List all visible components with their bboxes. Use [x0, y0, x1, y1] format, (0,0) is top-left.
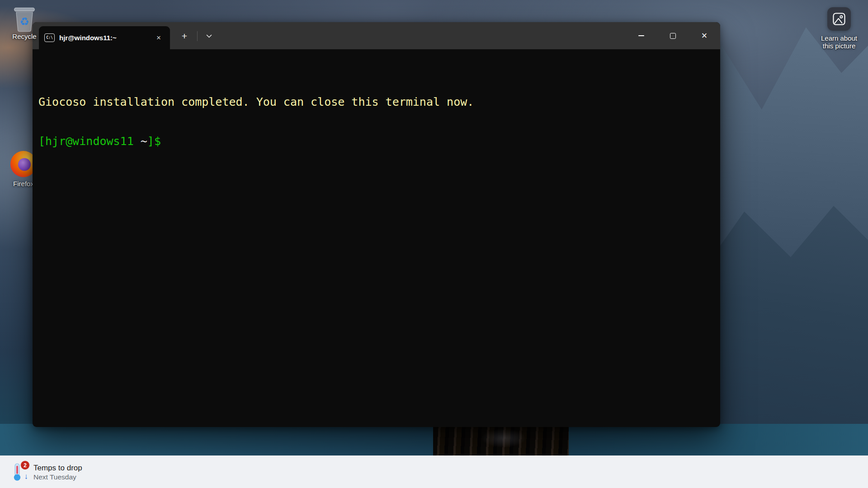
weather-headline: Temps to drop: [33, 464, 82, 473]
weather-widget[interactable]: 2 ↓ Temps to drop Next Tuesday: [7, 459, 87, 486]
tab-title: hjr@windows11:~: [59, 34, 153, 42]
svg-text:♻: ♻: [19, 15, 29, 28]
prompt-symbol: ]$: [147, 135, 161, 148]
maximize-icon: [670, 33, 676, 39]
terminal-tab[interactable]: C:\ hjr@windows11:~ ×: [39, 26, 170, 49]
thermometer-falling-icon: 2 ↓: [12, 462, 29, 482]
desktop: ♻ Recycle Firefox Learn about this pictu…: [0, 0, 868, 488]
prompt-home: ~: [141, 135, 147, 148]
wallpaper-wooden-structure: [433, 424, 569, 455]
tab-dropdown-button[interactable]: [201, 28, 217, 44]
window-caption-controls: ×: [625, 22, 720, 49]
taskbar: 2 ↓ Temps to drop Next Tuesday Search: [0, 455, 868, 488]
terminal-output-line: Giocoso installation completed. You can …: [38, 95, 714, 108]
recycle-bin-icon: ♻: [12, 5, 37, 33]
close-icon: ×: [702, 31, 708, 41]
chevron-down-icon: [206, 34, 212, 38]
tab-close-icon[interactable]: ×: [153, 32, 165, 44]
desktop-icon-label: Learn about: [813, 34, 865, 42]
minimize-icon: [638, 35, 644, 36]
arrow-down-icon: ↓: [24, 472, 28, 481]
terminal-prompt-line: [hjr@windows11 ~]$: [38, 135, 714, 148]
terminal-tab-bar[interactable]: C:\ hjr@windows11:~ × + ×: [33, 22, 720, 49]
terminal-content[interactable]: Giocoso installation completed. You can …: [33, 49, 720, 427]
close-button[interactable]: ×: [689, 22, 720, 49]
desktop-icon-label: Recycle: [3, 33, 46, 40]
desktop-icon-label: this picture: [813, 42, 865, 50]
picture-icon: [827, 7, 851, 31]
divider: [197, 31, 198, 41]
prompt-user-host: [hjr@windows11: [38, 135, 141, 148]
new-tab-button[interactable]: +: [176, 28, 193, 44]
maximize-button[interactable]: [657, 22, 689, 49]
weather-badge: 2: [20, 460, 30, 470]
terminal-window: C:\ hjr@windows11:~ × + × Giocoso instal…: [33, 22, 720, 427]
desktop-icon-recycle-bin[interactable]: ♻ Recycle: [3, 5, 46, 40]
desktop-icon-learn-about-picture[interactable]: Learn about this picture: [813, 7, 865, 50]
weather-subline: Next Tuesday: [33, 473, 82, 481]
minimize-button[interactable]: [625, 22, 657, 49]
